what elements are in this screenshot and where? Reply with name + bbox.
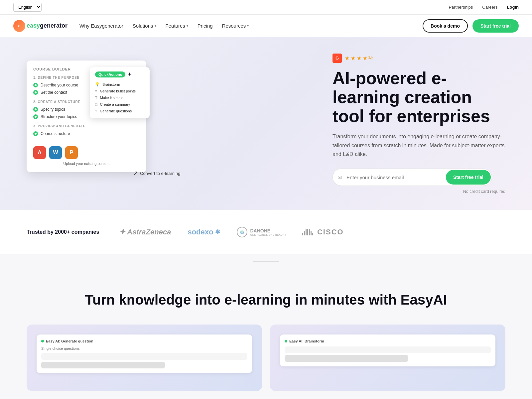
sodexo-logo: sodexo ✱ — [188, 228, 220, 236]
mini-field-1 — [41, 353, 247, 360]
step-dot — [33, 83, 38, 87]
language-selector[interactable]: English — [13, 3, 42, 12]
hero-title: AI-powered e-learning creation tool for … — [332, 69, 505, 126]
nav-item-resources[interactable]: Resources ▾ — [222, 23, 249, 29]
bottom-cards: Easy AI: Generate question Single choice… — [27, 325, 505, 391]
cisco-logo: CISCO — [302, 228, 344, 236]
hero-section: COURSE BUILDER 1. DEFINE THE PURPOSE Des… — [0, 37, 532, 210]
ai-item-questions[interactable]: ? Generate questions — [95, 108, 144, 114]
ai-icon: ✦ — [127, 71, 132, 77]
ai-quick-actions-button[interactable]: QuickActions — [95, 71, 125, 77]
mini-card-1-header: Easy AI: Generate question — [41, 339, 247, 343]
section-divider — [0, 254, 532, 269]
step-row: Course structure — [33, 130, 140, 137]
step-dot — [33, 114, 38, 119]
g2-logo: G — [332, 54, 342, 63]
start-trial-button[interactable]: Start free trial — [472, 19, 519, 33]
danone-logo: 🌍 DANONE ONE PLANET. ONE HEALTH — [237, 227, 286, 237]
hero-content: G ★★★★½ AI-powered e-learning creation t… — [332, 54, 505, 194]
bullet-icon: ≡ — [95, 89, 97, 93]
email-input[interactable] — [346, 169, 445, 186]
mini-dot-icon — [285, 340, 287, 342]
nav-left: e easygenerator Why Easygenerator Soluti… — [13, 20, 249, 32]
mini-field-3 — [285, 346, 491, 353]
ai-item-bullet[interactable]: ≡ Generate bullet points — [95, 88, 144, 94]
nav-item-pricing[interactable]: Pricing — [198, 23, 213, 29]
book-demo-button[interactable]: Book a demo — [423, 19, 468, 33]
step-label-3: 3. PREVIEW AND GENERATE — [33, 124, 140, 128]
astrazeneca-logo: ✦ AstraZeneca — [119, 228, 171, 236]
trusted-section: Trusted by 2000+ companies ✦ AstraZeneca… — [0, 210, 532, 254]
simple-icon: T — [95, 96, 97, 100]
questions-icon: ? — [95, 109, 97, 113]
logo[interactable]: e easygenerator — [13, 20, 67, 32]
upload-icons: A W P — [33, 146, 140, 159]
email-icon: ✉ — [333, 169, 346, 186]
cisco-bars-icon — [302, 229, 313, 235]
chevron-down-icon: ▾ — [155, 24, 156, 28]
step-section-3: 3. PREVIEW AND GENERATE Course structure — [33, 124, 140, 137]
danone-circle-icon: 🌍 — [237, 227, 247, 237]
mini-card-2-title: Easy AI: Brainstorm — [289, 339, 324, 343]
mini-card-2: Easy AI: Brainstorm — [280, 334, 495, 366]
trusted-label: Trusted by 2000+ companies — [27, 229, 99, 235]
convert-label: ↗ Convert to e-learning — [133, 170, 180, 177]
upload-section: A W P Upload your existing content — [33, 142, 140, 166]
ai-item-simple[interactable]: T Make it simple — [95, 94, 144, 101]
login-link[interactable]: Login — [507, 5, 519, 10]
nav-item-why[interactable]: Why Easygenerator — [79, 23, 123, 29]
star-rating: ★★★★½ — [344, 55, 374, 62]
g2-badge: G ★★★★½ — [332, 54, 505, 63]
hero-image: COURSE BUILDER 1. DEFINE THE PURPOSE Des… — [27, 61, 313, 187]
step-dot — [33, 90, 38, 95]
logo-icon: e — [13, 20, 25, 32]
mini-field-4 — [285, 355, 408, 362]
bottom-card-2: Easy AI: Brainstorm — [270, 325, 505, 391]
ai-popup-header: QuickActions ✦ — [95, 71, 144, 77]
mini-dot-icon — [41, 340, 44, 342]
chevron-down-icon: ▾ — [187, 24, 188, 28]
upload-label: Upload your existing content — [33, 162, 140, 166]
brainstorm-icon: 💡 — [95, 82, 100, 86]
hero-description: Transform your documents into engaging e… — [332, 132, 505, 159]
ppt-icon: P — [65, 146, 78, 159]
top-bar: English Partnerships Careers Login — [0, 0, 532, 15]
bottom-title: Turn knowledge into e-learning in minute… — [27, 292, 505, 308]
chevron-down-icon: ▾ — [247, 24, 249, 28]
word-icon: W — [49, 146, 62, 159]
company-logos: ✦ AstraZeneca sodexo ✱ 🌍 DANONE ONE PLAN… — [119, 227, 343, 237]
nav-right: Book a demo Start free trial — [423, 19, 519, 33]
course-builder-card: COURSE BUILDER 1. DEFINE THE PURPOSE Des… — [27, 61, 146, 172]
summary-icon: □ — [95, 102, 97, 106]
step-dot — [33, 131, 38, 136]
mini-field-2 — [41, 362, 165, 368]
start-free-trial-button[interactable]: Start free trial — [446, 170, 491, 185]
mini-card-1-title: Easy AI: Generate question — [46, 339, 93, 343]
main-nav: e easygenerator Why Easygenerator Soluti… — [0, 15, 532, 37]
top-bar-links: Partnerships Careers Login — [449, 5, 519, 10]
pdf-icon: A — [33, 146, 46, 159]
ai-popup: QuickActions ✦ 💡 Brainstorm ≡ Generate b… — [90, 67, 150, 118]
no-credit-card-label: No credit card required — [332, 189, 505, 194]
careers-link[interactable]: Careers — [482, 5, 497, 10]
ai-item-brainstorm[interactable]: 💡 Brainstorm — [95, 81, 144, 88]
partnerships-link[interactable]: Partnerships — [449, 5, 473, 10]
email-form: ✉ Start free trial — [332, 169, 492, 186]
arrow-icon: ↗ — [133, 170, 138, 177]
logo-text: easygenerator — [27, 22, 67, 29]
nav-links: Why Easygenerator Solutions ▾ Features ▾… — [79, 23, 249, 29]
ai-item-summary[interactable]: □ Create a summary — [95, 101, 144, 108]
mini-card-2-header: Easy AI: Brainstorm — [285, 339, 491, 343]
step-dot — [33, 107, 38, 112]
bottom-section: Turn knowledge into e-learning in minute… — [0, 269, 532, 391]
mini-card-1-subtitle: Single choice questions — [41, 346, 247, 350]
bottom-card-1: Easy AI: Generate question Single choice… — [27, 325, 262, 391]
nav-item-solutions[interactable]: Solutions ▾ — [133, 23, 156, 29]
nav-item-features[interactable]: Features ▾ — [166, 23, 188, 29]
mini-card-1: Easy AI: Generate question Single choice… — [37, 334, 252, 373]
